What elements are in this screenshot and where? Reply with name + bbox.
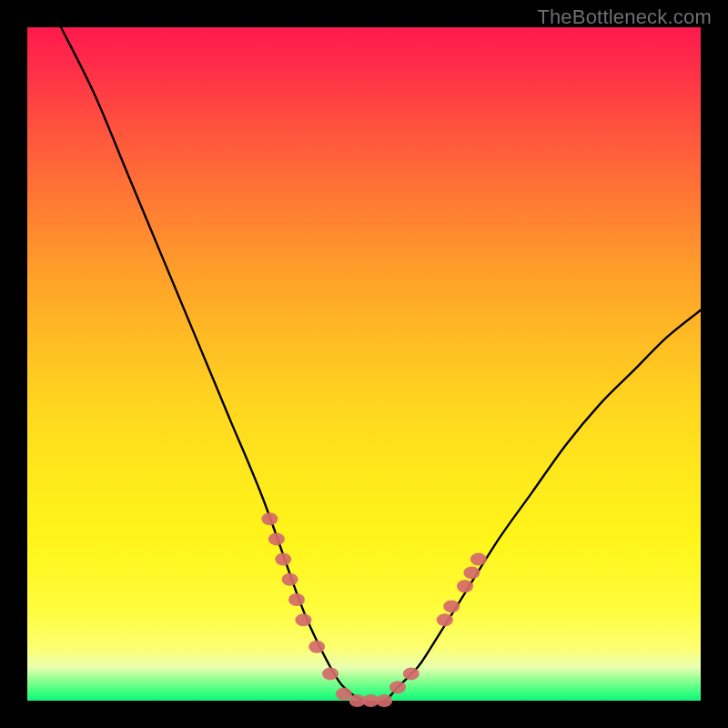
watermark-text: TheBottleneck.com [537, 5, 712, 29]
marker-dot [389, 681, 406, 693]
marker-dot [470, 553, 487, 566]
chart-svg [27, 27, 701, 701]
marker-dot [403, 667, 420, 680]
marker-dot [376, 694, 392, 707]
chart-frame: TheBottleneck.com [0, 0, 728, 728]
bottleneck-curve [61, 27, 701, 703]
plot-area [27, 27, 701, 701]
marker-dot [261, 512, 278, 525]
curve-layer [61, 27, 701, 703]
marker-dot [437, 613, 453, 626]
marker-dot [288, 593, 305, 606]
marker-dot [443, 600, 460, 612]
marker-dot [295, 613, 311, 626]
marker-dot [336, 688, 352, 701]
marker-dot [268, 532, 285, 545]
markers-layer [261, 512, 486, 707]
marker-dot [322, 667, 339, 680]
marker-dot [282, 573, 298, 586]
marker-dot [463, 566, 480, 579]
marker-dot [275, 553, 291, 566]
marker-dot [457, 580, 473, 592]
marker-dot [308, 641, 325, 653]
